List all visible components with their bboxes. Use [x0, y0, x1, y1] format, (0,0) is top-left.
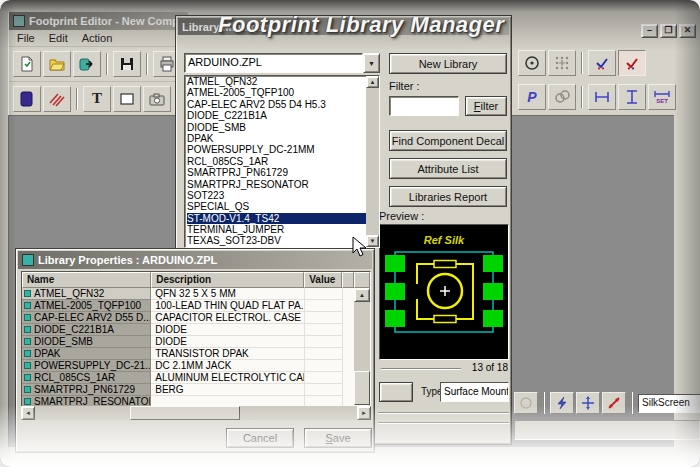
toolbar-bottom: SilkScreen	[514, 392, 700, 414]
part-list-item[interactable]: DIODE_SMB	[187, 122, 366, 133]
part-list-scrollbar[interactable]: ▲ ▼	[366, 76, 379, 247]
filter-button[interactable]: Filter	[465, 96, 507, 116]
verify-design-button[interactable]	[588, 50, 616, 76]
save-button[interactable]: Save	[304, 428, 372, 448]
props-table-row[interactable]: DIODE_C221B1ADIODE	[22, 324, 354, 336]
part-description: QFN 32 5 X 5 MM	[151, 288, 304, 300]
library-properties-titlebar[interactable]: Library Properties : ARDUINO.ZPL	[18, 251, 372, 269]
chevron-down-icon[interactable]: ▼	[363, 53, 380, 73]
part-list-items: ATMEL_QFN32ATMEL-2005_TQFP100CAP-ELEC AR…	[185, 76, 366, 247]
open-button[interactable]	[43, 51, 71, 77]
grid-button[interactable]	[548, 50, 576, 76]
menu-action[interactable]: Action	[82, 32, 113, 44]
scroll-left-icon[interactable]: ◄	[21, 406, 35, 420]
column-header-extra[interactable]	[342, 272, 354, 288]
part-list[interactable]: ATMEL_QFN32ATMEL-2005_TQFP100CAP-ELEC AR…	[184, 75, 380, 248]
close-button[interactable]: ✕	[679, 24, 696, 38]
color-swatch-button[interactable]	[13, 86, 41, 112]
dimension-horizontal-button[interactable]	[588, 84, 616, 110]
column-header-description[interactable]: Description	[151, 272, 304, 288]
part-extra	[342, 348, 354, 360]
maximize-button[interactable]: ❐	[660, 24, 677, 38]
part-list-item[interactable]: POWERSUPPLY_DC-21MM	[187, 144, 366, 155]
part-description: BERG	[151, 384, 304, 396]
part-description: CAPACITOR ELECTROL. CASE D...	[151, 312, 304, 324]
props-table-row[interactable]: ATMEL_QFN32QFN 32 5 X 5 MM	[22, 288, 354, 300]
scroll-right-icon[interactable]: ►	[357, 406, 371, 420]
scroll-thumb[interactable]	[130, 406, 240, 420]
origin-button[interactable]	[518, 50, 546, 76]
hatch-button[interactable]	[43, 86, 71, 112]
part-list-item[interactable]: TERMINAL_JUMPER	[187, 224, 366, 235]
part-list-item[interactable]: DPAK	[187, 133, 366, 144]
library-import-button[interactable]	[73, 51, 101, 77]
filter-input[interactable]	[389, 96, 459, 116]
part-list-item[interactable]: SMARTPRJ_RESONATOR	[187, 179, 366, 190]
layer-combo[interactable]: SilkScreen	[638, 394, 700, 413]
text-tool-button[interactable]: T	[83, 86, 111, 112]
new-library-button[interactable]: New Library	[389, 53, 507, 74]
find-component-decal-button[interactable]: Find Component Decal	[389, 130, 507, 151]
dimension-settings-button[interactable]: SET	[648, 84, 676, 110]
camera-icon	[149, 91, 165, 107]
part-list-item[interactable]: TEXAS_SOT23-DBV	[187, 235, 366, 246]
dimension-vertical-button[interactable]	[618, 84, 646, 110]
props-table-row[interactable]: RCL_085CS_1ARALUMINUM ELECTROLYTIC CAP..…	[22, 372, 354, 384]
scroll-up-icon[interactable]: ▲	[354, 288, 370, 302]
props-table-row[interactable]: SMARTPRJ_PN61729BERG	[22, 384, 354, 396]
props-table-row[interactable]: CAP-ELEC ARV2 D55 D...CAPACITOR ELECTROL…	[22, 312, 354, 324]
part-list-item[interactable]: RCL_085CS_1AR	[187, 156, 366, 167]
part-list-item[interactable]: CAP-ELEC ARV2 D55 D4 H5.3	[187, 99, 366, 110]
partial-button[interactable]	[379, 382, 413, 402]
editor-titlebar[interactable]: Footprint Editor - New Comp	[9, 12, 188, 30]
filter-button-label: Filter	[474, 100, 498, 112]
props-table-row[interactable]: DPAKTRANSISTOR DPAK	[22, 348, 354, 360]
toolbar-separator	[581, 52, 583, 74]
props-table-row[interactable]: POWERSUPPLY_DC-21...DC 2.1MM JACK	[22, 360, 354, 372]
props-table-body: ATMEL_QFN32QFN 32 5 X 5 MMATMEL-2005_TQF…	[22, 288, 354, 419]
library-combo[interactable]: ARDUINO.ZPL ▼	[184, 53, 380, 73]
disabled-tool-button[interactable]	[514, 392, 538, 414]
pour-button[interactable]: P	[518, 84, 546, 110]
scroll-thumb[interactable]	[354, 371, 370, 405]
minimize-button[interactable]: –	[641, 24, 658, 38]
verify-connectivity-button[interactable]	[618, 50, 646, 76]
move-button[interactable]	[576, 392, 600, 414]
save-button[interactable]	[113, 51, 141, 77]
printer-icon	[159, 56, 175, 72]
menu-edit[interactable]: Edit	[49, 32, 68, 44]
column-header-name[interactable]: Name	[22, 272, 151, 288]
part-list-item[interactable]: DIODE_C221B1A	[187, 110, 366, 121]
filter-label: Filter :	[389, 80, 420, 92]
part-name: RCL_085CS_1AR	[34, 372, 115, 384]
type-value-field[interactable]: Surface Mount	[440, 382, 509, 402]
hatch-lines-icon	[49, 91, 65, 107]
part-list-item[interactable]: SOT223	[187, 190, 366, 201]
part-list-item[interactable]: ST-MOD-V1.4_TS42	[187, 213, 366, 224]
column-header-value[interactable]: Value	[304, 272, 342, 288]
new-button[interactable]	[13, 51, 41, 77]
overlay-caption: Footprint Library Manager	[218, 12, 504, 38]
part-list-item[interactable]: ATMEL-2005_TQFP100	[187, 87, 366, 98]
measure-button[interactable]	[602, 392, 626, 414]
libraries-report-button[interactable]: Libraries Report	[389, 186, 507, 207]
props-hscrollbar[interactable]: ◄ ►	[21, 406, 371, 420]
copper-shapes-button[interactable]	[548, 84, 576, 110]
props-table-row[interactable]: DIODE_SMBDIODE	[22, 336, 354, 348]
menu-file[interactable]: File	[17, 32, 35, 44]
cancel-button[interactable]: Cancel	[226, 428, 294, 448]
props-vscrollbar[interactable]: ▲ ▼	[354, 288, 370, 419]
rectangle-tool-button[interactable]	[113, 86, 141, 112]
attribute-list-button[interactable]: Attribute List	[389, 158, 507, 179]
properties-icon	[22, 254, 34, 266]
part-list-item[interactable]: SPECIAL_QS	[187, 201, 366, 212]
part-list-item[interactable]: SMARTPRJ_PN61729	[187, 167, 366, 178]
swatch-icon	[19, 91, 35, 107]
route-button[interactable]	[550, 392, 574, 414]
scroll-up-icon[interactable]: ▲	[366, 76, 379, 88]
snapshot-button[interactable]	[143, 86, 171, 112]
part-type-icon	[24, 338, 31, 345]
part-list-item[interactable]: ATMEL_QFN32	[187, 76, 366, 87]
props-table-row[interactable]: ATMEL-2005_TQFP100100-LEAD THIN QUAD FLA…	[22, 300, 354, 312]
dimension-h-icon	[594, 89, 610, 105]
